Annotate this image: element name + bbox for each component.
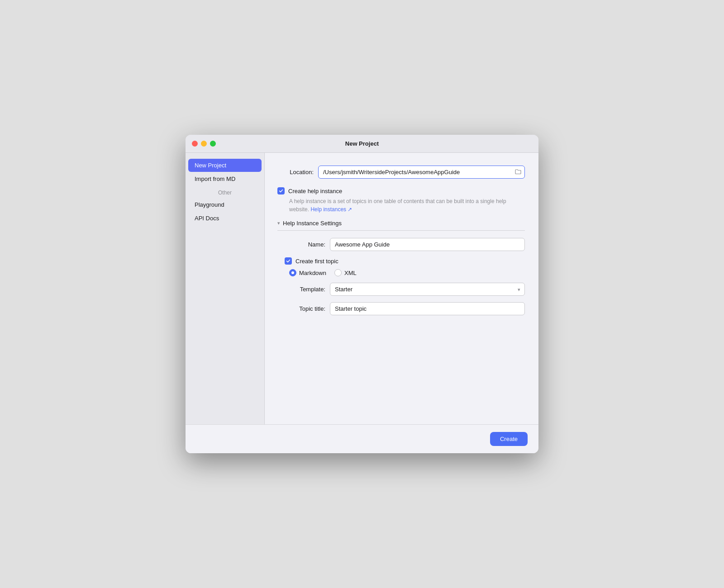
topic-title-row: Topic title: xyxy=(285,302,525,315)
section-chevron-icon: ▾ xyxy=(277,220,280,226)
check-icon-2 xyxy=(286,259,291,263)
create-first-topic-checkbox[interactable] xyxy=(285,257,292,265)
radio-markdown-label: Markdown xyxy=(299,270,326,276)
sidebar-item-import-md[interactable]: Import from MD xyxy=(188,172,262,185)
location-row: Location: xyxy=(277,166,525,179)
sidebar-item-api-docs[interactable]: API Docs xyxy=(188,212,262,225)
titlebar: New Project xyxy=(186,135,538,153)
minimize-button[interactable] xyxy=(201,141,207,147)
content-area: New Project Import from MD Other Playgro… xyxy=(186,153,538,424)
create-first-topic-row: Create first topic xyxy=(285,257,525,265)
section-title: Help Instance Settings xyxy=(283,220,342,227)
create-help-instance-checkbox[interactable] xyxy=(277,187,285,194)
sidebar-section-other: Other xyxy=(186,186,264,198)
maximize-button[interactable] xyxy=(210,141,216,147)
close-button[interactable] xyxy=(192,141,198,147)
sidebar: New Project Import from MD Other Playgro… xyxy=(186,153,265,424)
radio-xml-label: XML xyxy=(344,270,357,276)
location-input-wrap xyxy=(318,166,525,179)
template-row: Template: Starter Empty Tutorial ▾ xyxy=(285,283,525,296)
dialog-window: New Project New Project Import from MD O… xyxy=(186,135,538,453)
window-controls xyxy=(192,141,216,147)
template-select[interactable]: Starter Empty Tutorial xyxy=(330,283,525,296)
sidebar-item-playground[interactable]: Playground xyxy=(188,198,262,211)
template-label: Template: xyxy=(285,286,325,293)
create-help-instance-label: Create help instance xyxy=(288,188,342,194)
location-input[interactable] xyxy=(318,166,525,179)
topic-title-input[interactable] xyxy=(330,302,525,315)
help-instance-settings-header[interactable]: ▾ Help Instance Settings xyxy=(277,220,525,231)
footer: Create xyxy=(186,424,538,453)
create-button[interactable]: Create xyxy=(490,432,528,446)
main-panel: Location: xyxy=(265,153,538,424)
name-label: Name: xyxy=(285,241,325,248)
radio-xml-circle[interactable] xyxy=(334,269,342,276)
sidebar-item-new-project[interactable]: New Project xyxy=(188,159,262,172)
folder-icon-button[interactable] xyxy=(515,168,521,176)
folder-icon xyxy=(515,168,521,175)
radio-xml[interactable]: XML xyxy=(334,269,357,276)
help-description: A help instance is a set of topics in on… xyxy=(289,197,525,213)
radio-markdown-circle[interactable] xyxy=(289,269,296,276)
template-select-wrap: Starter Empty Tutorial ▾ xyxy=(330,283,525,296)
check-icon xyxy=(279,189,283,193)
name-row: Name: xyxy=(285,238,525,251)
window-title: New Project xyxy=(345,140,379,147)
radio-markdown[interactable]: Markdown xyxy=(289,269,326,276)
create-first-topic-label: Create first topic xyxy=(295,258,338,265)
location-label: Location: xyxy=(277,169,314,175)
create-help-instance-row: Create help instance xyxy=(277,187,525,194)
format-radio-group: Markdown XML xyxy=(289,269,525,276)
help-instances-link[interactable]: Help instances xyxy=(310,206,352,213)
name-input[interactable] xyxy=(330,238,525,251)
create-help-instance-checkbox-wrap: Create help instance xyxy=(277,187,342,194)
topic-title-label: Topic title: xyxy=(285,305,325,312)
